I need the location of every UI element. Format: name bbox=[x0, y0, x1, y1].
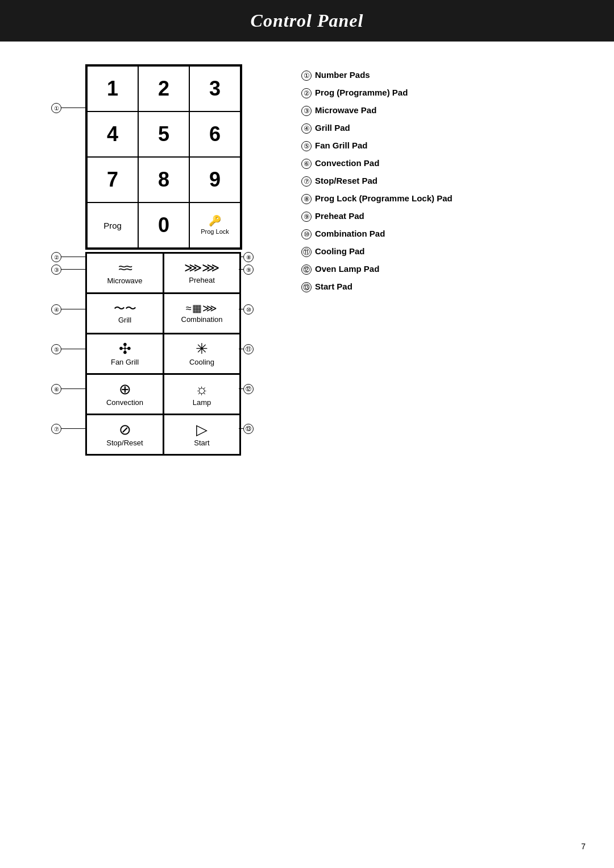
legend-item-4: ④ Grill Pad bbox=[301, 123, 591, 134]
legend-num-13: ⑬ bbox=[301, 282, 312, 292]
key-8[interactable]: 8 bbox=[138, 157, 189, 202]
key-5[interactable]: 5 bbox=[138, 111, 189, 157]
btn-stopreset[interactable]: ⊘ Stop/Reset bbox=[86, 415, 163, 454]
btn-start[interactable]: ▷ Start bbox=[163, 415, 240, 454]
btn-combination[interactable]: ≈▦⋙ Combination bbox=[163, 294, 240, 333]
btn-fangrill[interactable]: ✣ Fan Grill bbox=[86, 334, 163, 374]
microwave-label: Microwave bbox=[107, 276, 142, 285]
legend-item-7: ⑦ Stop/Reset Pad bbox=[301, 176, 591, 187]
key-2[interactable]: 2 bbox=[138, 66, 189, 111]
legend-num-12: ⑫ bbox=[301, 264, 312, 275]
callout-line-6 bbox=[61, 388, 85, 389]
callout-3: ③ bbox=[51, 264, 61, 275]
key-3[interactable]: 3 bbox=[189, 66, 240, 111]
callout-line-9 bbox=[239, 269, 243, 270]
btn-grill[interactable]: 〜〜 Grill bbox=[86, 294, 163, 333]
page-number: 7 bbox=[581, 842, 586, 851]
page-title: Control Panel bbox=[0, 10, 614, 31]
legend-text-11: Cooling Pad bbox=[315, 246, 365, 256]
key-6[interactable]: 6 bbox=[189, 111, 240, 157]
legend-num-5: ⑤ bbox=[301, 141, 312, 151]
legend-num-1: ① bbox=[301, 71, 312, 81]
legend-item-10: ⑩ Combination Pad bbox=[301, 229, 591, 239]
legend-item-13: ⑬ Start Pad bbox=[301, 282, 591, 292]
callout-line-3 bbox=[61, 269, 85, 270]
legend-text-3: Microwave Pad bbox=[315, 105, 376, 115]
callout-6: ⑥ bbox=[51, 384, 61, 394]
key-proglock[interactable]: 🔑 Prog Lock bbox=[189, 202, 240, 248]
combination-label: Combination bbox=[181, 315, 223, 324]
legend-text-1: Number Pads bbox=[315, 70, 370, 80]
legend-num-3: ③ bbox=[301, 106, 312, 116]
callout-line-10 bbox=[239, 309, 243, 309]
diagram-wrapper: ① 1 2 3 4 5 6 7 8 9 Prog bbox=[23, 64, 273, 456]
func-section-wrapper: ③ ④ ⑤ ⑥ ⑦ ⑨ ⑩ bbox=[51, 252, 273, 456]
callout-line-4 bbox=[61, 309, 85, 309]
fangrill-icon: ✣ bbox=[119, 341, 131, 356]
btn-convection[interactable]: ⊕ Convection bbox=[86, 374, 163, 414]
legend-num-6: ⑥ bbox=[301, 159, 312, 169]
callout-12: ⑫ bbox=[243, 384, 254, 394]
stopreset-label: Stop/Reset bbox=[106, 439, 143, 447]
key-prog[interactable]: Prog bbox=[87, 202, 138, 248]
prog-label: Prog bbox=[103, 221, 122, 230]
legend-item-3: ③ Microwave Pad bbox=[301, 105, 591, 116]
key-1[interactable]: 1 bbox=[87, 66, 138, 111]
cooling-label: Cooling bbox=[189, 358, 214, 366]
legend-num-8: ⑧ bbox=[301, 194, 312, 204]
callout-13: ⑬ bbox=[243, 424, 254, 434]
legend-item-9: ⑨ Preheat Pad bbox=[301, 211, 591, 222]
key-4[interactable]: 4 bbox=[87, 111, 138, 157]
legend-text-2: Prog (Programme) Pad bbox=[315, 88, 408, 97]
btn-cooling[interactable]: ✳ Cooling bbox=[163, 334, 240, 374]
preheat-icon: ⋙⋙ bbox=[184, 262, 219, 274]
legend-panel: ① Number Pads ② Prog (Programme) Pad ③ M… bbox=[296, 64, 591, 292]
btn-microwave[interactable]: ≈≈ Microwave bbox=[86, 253, 163, 293]
callout-4: ④ bbox=[51, 304, 61, 315]
callout-7: ⑦ bbox=[51, 424, 61, 434]
func-row-2: 〜〜 Grill ≈▦⋙ Combination bbox=[86, 293, 240, 333]
callout-line-12 bbox=[239, 388, 243, 389]
content-area: ① 1 2 3 4 5 6 7 8 9 Prog bbox=[0, 64, 614, 456]
btn-preheat[interactable]: ⋙⋙ Preheat bbox=[163, 253, 240, 293]
numpad-grid: 1 2 3 4 5 6 7 8 9 Prog 0 bbox=[86, 65, 241, 249]
preheat-label: Preheat bbox=[189, 276, 215, 284]
legend-item-1: ① Number Pads bbox=[301, 70, 591, 81]
legend-item-8: ⑧ Prog Lock (Programme Lock) Pad bbox=[301, 193, 591, 204]
title-bar: Control Panel bbox=[0, 0, 614, 42]
lock-icon: 🔑 bbox=[209, 214, 221, 227]
grill-label: Grill bbox=[118, 316, 131, 324]
func-row-3: ✣ Fan Grill ✳ Cooling bbox=[86, 333, 240, 374]
legend-text-4: Grill Pad bbox=[315, 123, 350, 133]
callout-line-1 bbox=[61, 108, 85, 108]
callout-5: ⑤ bbox=[51, 344, 61, 354]
legend-text-12: Oven Lamp Pad bbox=[315, 264, 379, 274]
legend-text-5: Fan Grill Pad bbox=[315, 140, 368, 150]
func-row-1: ≈≈ Microwave ⋙⋙ Preheat bbox=[86, 253, 240, 293]
legend-text-6: Convection Pad bbox=[315, 158, 379, 168]
legend-text-7: Stop/Reset Pad bbox=[315, 176, 377, 185]
grill-icon: 〜〜 bbox=[114, 303, 136, 314]
control-panel-diagram: ① 1 2 3 4 5 6 7 8 9 Prog bbox=[23, 64, 273, 456]
cooling-icon: ✳ bbox=[196, 341, 208, 356]
legend-num-10: ⑩ bbox=[301, 229, 312, 239]
legend-list: ① Number Pads ② Prog (Programme) Pad ③ M… bbox=[301, 70, 591, 292]
func-row-4: ⊕ Convection ☼ Lamp bbox=[86, 374, 240, 414]
btn-lamp[interactable]: ☼ Lamp bbox=[163, 374, 240, 414]
legend-num-9: ⑨ bbox=[301, 212, 312, 222]
legend-item-6: ⑥ Convection Pad bbox=[301, 158, 591, 169]
numpad-section: 1 2 3 4 5 6 7 8 9 Prog 0 bbox=[85, 64, 242, 250]
key-7[interactable]: 7 bbox=[87, 157, 138, 202]
callout-1: ① bbox=[51, 103, 61, 113]
start-icon: ▷ bbox=[196, 422, 208, 437]
key-0[interactable]: 0 bbox=[138, 202, 189, 248]
key-9[interactable]: 9 bbox=[189, 157, 240, 202]
callout-11: ⑪ bbox=[243, 344, 254, 354]
legend-item-5: ⑤ Fan Grill Pad bbox=[301, 140, 591, 151]
combination-icon: ≈▦⋙ bbox=[186, 303, 218, 313]
legend-item-11: ⑪ Cooling Pad bbox=[301, 246, 591, 257]
callout-line-13 bbox=[239, 428, 243, 429]
proglock-label: Prog Lock bbox=[201, 228, 229, 235]
legend-num-4: ④ bbox=[301, 123, 312, 134]
fangrill-label: Fan Grill bbox=[111, 358, 139, 366]
